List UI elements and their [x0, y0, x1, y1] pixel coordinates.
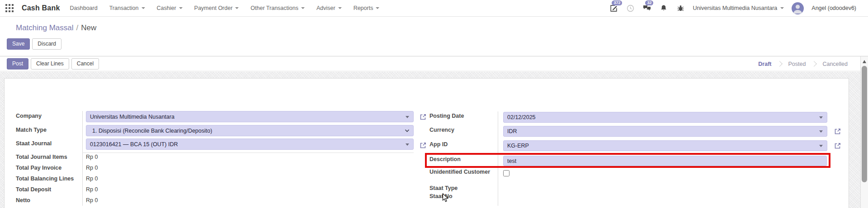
activities-icon[interactable]: 372	[609, 4, 618, 13]
left-column-separator	[82, 111, 83, 206]
posting-date-label: Posting Date	[429, 113, 464, 120]
top-navbar: Cash Bank Dashboard Transaction Cashier …	[0, 0, 868, 17]
match-type-select[interactable]: 1. Disposisi (Reconcile Bank Clearing/De…	[86, 125, 414, 136]
total-pay-invoice-value: Rp 0	[86, 165, 98, 171]
chevron-down-icon	[235, 7, 239, 9]
chevron-down-icon	[376, 7, 379, 9]
user-menu[interactable]: Angel (odoodev6)	[811, 5, 856, 11]
avatar[interactable]	[792, 2, 804, 14]
messages-icon[interactable]: 32	[642, 4, 651, 13]
clear-lines-button[interactable]: Clear Lines	[31, 58, 69, 69]
scrollbar-thumb[interactable]	[862, 66, 867, 182]
left-column-divider	[82, 153, 414, 153]
dropdown-caret-icon	[406, 116, 409, 118]
company-switcher[interactable]: Universitas Multimedia Nusantara	[693, 5, 784, 11]
company-label: Company	[16, 113, 42, 120]
netto-label: Netto	[16, 197, 30, 204]
status-cancelled[interactable]: Cancelled	[815, 61, 855, 67]
unidentified-customer-label: Unidentified Customer	[429, 168, 495, 176]
clock-icon[interactable]	[626, 4, 635, 13]
breadcrumb-separator: /	[76, 23, 79, 32]
posting-date-field[interactable]: 02/12/2025	[503, 112, 827, 123]
chevron-down-icon	[338, 7, 342, 9]
description-input[interactable]	[503, 156, 827, 166]
form-button-bar: Post Clear Lines Cancel Draft Posted Can…	[0, 56, 868, 71]
dropdown-caret-icon	[819, 145, 823, 147]
staat-journal-field[interactable]: 0123016421 — BCA 15 (OUT) IDR	[86, 139, 414, 150]
app-id-field[interactable]: KG-ERP	[503, 140, 827, 151]
chevron-down-icon	[301, 7, 305, 9]
select-chevron-icon	[405, 128, 410, 133]
netto-value: Rp 0	[86, 197, 98, 204]
notifications-bell-icon[interactable]	[659, 4, 668, 13]
messages-badge: 32	[645, 0, 653, 5]
status-posted[interactable]: Posted	[781, 61, 813, 67]
vertical-scrollbar[interactable]	[860, 56, 868, 208]
menu-payment-order[interactable]: Payment Order	[194, 5, 239, 11]
menu-dashboard[interactable]: Dashboard	[70, 5, 98, 11]
company-field[interactable]: Universitas Multimedia Nusantara	[86, 111, 414, 122]
menu-other-transactions[interactable]: Other Transactions	[250, 5, 305, 11]
total-balancing-lines-value: Rp 0	[86, 176, 98, 182]
unidentified-customer-checkbox[interactable]	[503, 170, 509, 176]
main-menu: Dashboard Transaction Cashier Payment Or…	[70, 5, 380, 11]
total-balancing-lines-label: Total Balancing Lines	[16, 176, 74, 182]
breadcrumb-current: New	[81, 23, 96, 32]
statusbar: Draft Posted Cancelled	[751, 56, 855, 71]
chevron-down-icon	[780, 7, 784, 9]
save-button[interactable]: Save	[7, 38, 30, 50]
app-title[interactable]: Cash Bank	[22, 4, 60, 12]
total-journal-items-label: Total Journal Items	[16, 154, 67, 161]
control-panel: Matching Massal/New Save Discard	[0, 17, 868, 56]
total-journal-items-value: Rp 0	[86, 154, 98, 161]
app-id-field-external-link-icon[interactable]	[834, 142, 841, 149]
activities-badge: 372	[612, 0, 622, 5]
total-pay-invoice-label: Total Pay Invoice	[16, 165, 61, 171]
status-draft[interactable]: Draft	[751, 61, 778, 67]
currency-label: Currency	[429, 127, 454, 134]
dropdown-caret-icon	[819, 130, 823, 133]
post-button[interactable]: Post	[7, 58, 28, 69]
staat-journal-label: Staat Journal	[16, 140, 52, 147]
menu-cashier[interactable]: Cashier	[157, 5, 183, 11]
cancel-button[interactable]: Cancel	[71, 58, 99, 69]
match-type-label: Match Type	[16, 127, 47, 134]
staat-no-label: Staat No	[429, 193, 453, 200]
menu-reports[interactable]: Reports	[354, 5, 380, 11]
menu-adviser[interactable]: Adviser	[316, 5, 342, 11]
scrollbar-up-arrow-icon[interactable]	[863, 60, 866, 63]
currency-external-link-icon[interactable]	[834, 128, 841, 135]
currency-field[interactable]: IDR	[503, 126, 827, 137]
discard-button[interactable]: Discard	[32, 38, 61, 50]
debug-bug-icon[interactable]	[676, 4, 685, 13]
topbar-systray: 372 32 Universitas Multimedia Nusantara …	[609, 2, 868, 14]
chevron-down-icon	[179, 7, 183, 9]
total-deposit-label: Total Deposit	[16, 186, 51, 193]
app-id-label: App ID	[429, 141, 448, 148]
menu-transaction[interactable]: Transaction	[109, 5, 145, 11]
dropdown-caret-icon	[406, 143, 409, 146]
breadcrumb-parent-link[interactable]: Matching Massal	[16, 23, 74, 32]
dropdown-caret-icon	[819, 116, 823, 119]
breadcrumb: Matching Massal/New	[16, 23, 96, 32]
total-deposit-value: Rp 0	[86, 186, 98, 193]
posting-date-external-link-icon[interactable]	[420, 113, 427, 120]
app-id-external-link-icon[interactable]	[420, 142, 427, 149]
apps-grid-icon[interactable]	[5, 4, 14, 12]
staat-type-label: Staat Type	[429, 185, 458, 192]
chevron-down-icon	[142, 7, 145, 9]
